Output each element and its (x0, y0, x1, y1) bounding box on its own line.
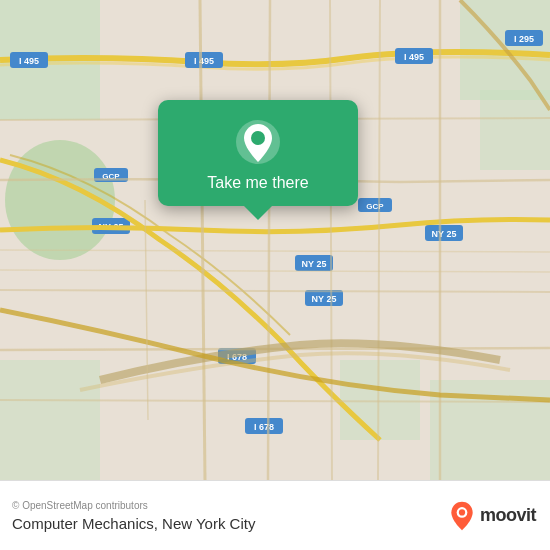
moovit-brand-text: moovit (480, 505, 536, 526)
svg-point-33 (251, 131, 265, 145)
svg-text:NY 25: NY 25 (302, 259, 327, 269)
map-background: I 495 I 495 I 495 I 295 NY 25 NY 25 NY 2… (0, 0, 550, 480)
location-pin-icon (234, 118, 282, 166)
map-container: I 495 I 495 I 495 I 295 NY 25 NY 25 NY 2… (0, 0, 550, 480)
moovit-logo: moovit (448, 500, 536, 532)
moovit-pin-icon (448, 500, 476, 532)
take-me-there-label: Take me there (207, 174, 308, 192)
svg-text:I 495: I 495 (404, 52, 424, 62)
svg-text:NY 25: NY 25 (312, 294, 337, 304)
svg-text:NY 25: NY 25 (432, 229, 457, 239)
svg-text:I 678: I 678 (254, 422, 274, 432)
svg-rect-4 (480, 90, 550, 170)
svg-point-35 (459, 509, 465, 515)
take-me-there-popup[interactable]: Take me there (158, 100, 358, 206)
svg-text:I 495: I 495 (194, 56, 214, 66)
svg-text:I 295: I 295 (514, 34, 534, 44)
svg-rect-5 (340, 360, 420, 440)
svg-text:I 495: I 495 (19, 56, 39, 66)
svg-rect-7 (0, 360, 100, 480)
svg-text:GCP: GCP (366, 202, 384, 211)
bottom-bar: © OpenStreetMap contributors Computer Me… (0, 480, 550, 550)
